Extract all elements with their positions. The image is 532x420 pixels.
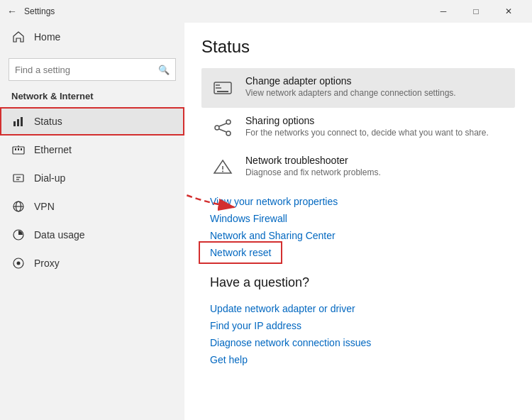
- update-adapter-link[interactable]: Update network adapter or driver: [201, 300, 515, 317]
- change-adapter-text: Change adapter options View network adap…: [245, 75, 456, 98]
- get-help-link[interactable]: Get help: [201, 351, 515, 368]
- sidebar-item-proxy-label: Proxy: [34, 258, 60, 269]
- sharing-options-text: Sharing options For the networks you con…: [245, 115, 489, 138]
- dialup-icon: [11, 171, 26, 185]
- svg-point-23: [226, 131, 231, 136]
- change-adapter-item[interactable]: Change adapter options View network adap…: [201, 68, 515, 108]
- sidebar-item-dialup[interactable]: Dial-up: [0, 164, 184, 192]
- troubleshooter-item[interactable]: Network troubleshooter Diagnose and fix …: [201, 148, 515, 187]
- back-icon[interactable]: ←: [7, 6, 17, 17]
- sidebar-item-status-label: Status: [34, 116, 62, 127]
- svg-line-25: [219, 129, 226, 132]
- sidebar-item-home[interactable]: Home: [0, 23, 184, 51]
- change-adapter-desc: View network adapters and change connect…: [245, 88, 456, 98]
- svg-point-22: [226, 120, 231, 124]
- sidebar-item-proxy[interactable]: Proxy: [0, 249, 184, 277]
- sidebar-item-ethernet[interactable]: Ethernet: [0, 136, 184, 164]
- sidebar-search[interactable]: 🔍: [9, 58, 176, 81]
- troubleshooter-desc: Diagnose and fix network problems.: [245, 167, 381, 177]
- home-icon: [11, 30, 26, 44]
- app-body: Home 🔍 Network & Internet Status: [0, 23, 532, 420]
- title-bar-controls: ─ □ ✕: [427, 0, 525, 23]
- main-panel: Status Change adapter options View netwo…: [184, 23, 532, 420]
- change-adapter-title: Change adapter options: [245, 75, 456, 87]
- network-sharing-center-link[interactable]: Network and Sharing Center: [201, 227, 515, 244]
- svg-line-24: [219, 123, 226, 126]
- sidebar: Home 🔍 Network & Internet Status: [0, 23, 184, 420]
- status-icon: [11, 114, 26, 128]
- adapter-icon: [210, 75, 235, 101]
- proxy-icon: [11, 256, 26, 270]
- troubleshooter-text: Network troubleshooter Diagnose and fix …: [245, 155, 381, 177]
- find-ip-link[interactable]: Find your IP address: [201, 317, 515, 334]
- svg-rect-0: [13, 121, 16, 126]
- diagnose-link[interactable]: Diagnose network connection issues: [201, 334, 515, 351]
- title-bar-left: ← Settings: [7, 6, 427, 17]
- sidebar-item-vpn[interactable]: VPN: [0, 192, 184, 221]
- links-section: View your network properties Windows Fir…: [201, 193, 515, 261]
- svg-rect-18: [217, 91, 228, 92]
- close-button[interactable]: ✕: [492, 0, 525, 23]
- maximize-button[interactable]: □: [460, 0, 492, 23]
- search-icon: 🔍: [158, 65, 170, 75]
- sidebar-section-title: Network & Internet: [0, 87, 184, 107]
- sidebar-item-datausage[interactable]: Data usage: [0, 221, 184, 249]
- minimize-button[interactable]: ─: [427, 0, 460, 23]
- section-divider: Have a question?: [201, 270, 515, 294]
- troubleshooter-title: Network troubleshooter: [245, 155, 381, 166]
- sidebar-item-ethernet-label: Ethernet: [34, 144, 72, 155]
- sharing-icon: [210, 115, 235, 140]
- svg-rect-1: [17, 119, 19, 126]
- svg-rect-4: [15, 148, 16, 150]
- windows-firewall-link[interactable]: Windows Firewall: [201, 210, 515, 227]
- sidebar-home-label: Home: [34, 31, 60, 43]
- sharing-options-item[interactable]: Sharing options For the networks you con…: [201, 108, 515, 148]
- sharing-options-desc: For the networks you connect to, decide …: [245, 128, 489, 138]
- title-bar-title: Settings: [24, 6, 55, 16]
- have-question-title: Have a question?: [201, 270, 515, 294]
- view-network-props-link[interactable]: View your network properties: [201, 193, 515, 210]
- sidebar-item-vpn-label: VPN: [34, 201, 55, 212]
- title-bar: ← Settings ─ □ ✕: [0, 0, 532, 23]
- svg-rect-8: [13, 175, 23, 182]
- sidebar-item-datausage-label: Data usage: [34, 229, 85, 241]
- sharing-options-title: Sharing options: [245, 115, 489, 126]
- network-reset-link[interactable]: Network reset: [201, 244, 279, 261]
- ethernet-icon: [11, 143, 26, 157]
- sidebar-item-dialup-label: Dial-up: [34, 172, 65, 184]
- vpn-icon: [11, 199, 26, 214]
- question-links-section: Update network adapter or driver Find yo…: [201, 300, 515, 368]
- search-input[interactable]: [15, 65, 158, 75]
- page-title: Status: [201, 37, 515, 57]
- troubleshoot-icon: [210, 155, 235, 180]
- svg-point-27: [222, 171, 223, 172]
- svg-rect-2: [21, 117, 23, 126]
- datausage-icon: [11, 228, 26, 242]
- svg-rect-5: [18, 148, 19, 150]
- svg-point-21: [215, 126, 219, 130]
- sidebar-item-status[interactable]: Status: [0, 107, 184, 136]
- svg-point-16: [17, 262, 21, 265]
- svg-rect-6: [21, 148, 22, 150]
